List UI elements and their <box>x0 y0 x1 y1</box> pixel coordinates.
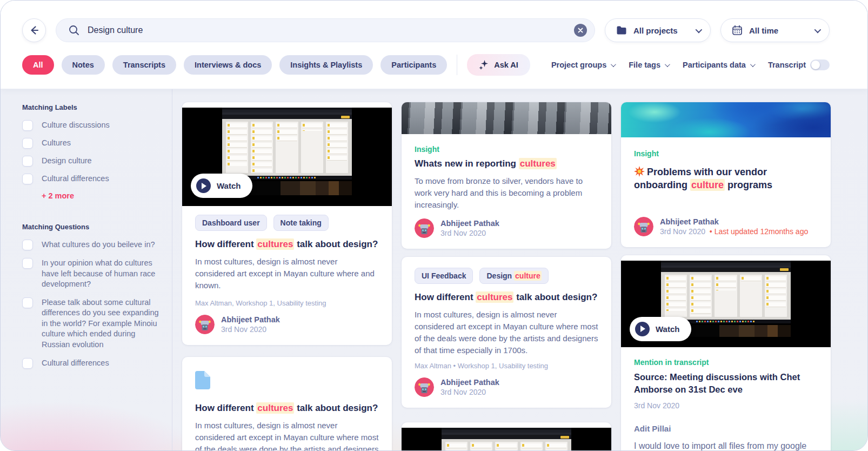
video-thumbnail[interactable]: Watch <box>621 261 831 347</box>
show-more-labels-link[interactable]: + 2 more <box>42 191 161 200</box>
card-title: How different cultures talk about design… <box>195 402 379 415</box>
sparkle-icon <box>479 59 489 70</box>
project-groups-dropdown[interactable]: Project groups <box>551 61 615 69</box>
video-frame <box>661 261 791 323</box>
search-box[interactable] <box>56 18 595 42</box>
results-column-2: Insight Whats new in reporting cultures … <box>402 102 611 451</box>
byline: Abhijeet Pathak 3rd Nov 2020 <box>195 315 379 334</box>
tab-interviews-docs[interactable]: Interviews & docs <box>184 55 272 75</box>
checkbox[interactable] <box>22 156 33 167</box>
label-item-cultures[interactable]: Cultures <box>22 138 161 149</box>
label-item-cultural-differences[interactable]: Cultural differences <box>22 174 161 184</box>
card-source: Max Altman • Workshop 1, Usability testi… <box>415 362 598 370</box>
transcript-toggle-group: Transcript <box>768 59 830 70</box>
results-column-3: Insight Problems with our vendor onboard… <box>621 102 831 451</box>
close-icon <box>578 28 583 33</box>
tab-all[interactable]: All <box>22 55 54 75</box>
watch-label: Watch <box>656 324 679 334</box>
question-item[interactable]: What cultures do you beileve in? <box>22 240 161 250</box>
question-text: Cultural differences <box>42 358 109 369</box>
result-card-insight-vendor[interactable]: Insight Problems with our vendor onboard… <box>621 102 831 247</box>
label-item-culture-discussions[interactable]: Culture discussions <box>22 120 161 131</box>
result-card-doc-note[interactable]: How different cultures talk about design… <box>182 357 392 451</box>
avatar <box>415 218 434 238</box>
video-thumbnail[interactable]: Watch <box>182 108 392 206</box>
project-groups-label: Project groups <box>551 61 606 69</box>
results-grid: Watch Dashboard user Note taking How dif… <box>172 89 868 451</box>
back-button[interactable] <box>22 18 46 42</box>
ask-ai-button[interactable]: Ask AI <box>467 54 530 76</box>
tag-note-taking[interactable]: Note taking <box>273 215 329 231</box>
result-card-video-note[interactable]: Watch Dashboard user Note taking How dif… <box>182 102 392 345</box>
matching-labels-heading: Matching Labels <box>22 103 161 111</box>
card-date: 3rd Nov 2020 Last updated 12months ago <box>660 227 808 236</box>
search-input[interactable] <box>88 25 566 35</box>
question-item[interactable]: In your opinion what do cultures have le… <box>22 258 161 290</box>
sidebar: Matching Labels Culture discussions Cult… <box>1 89 172 451</box>
projects-filter-dropdown[interactable]: All projects <box>605 18 711 42</box>
folder-icon <box>616 25 627 35</box>
question-item[interactable]: Please talk about some cultural differen… <box>22 297 161 350</box>
card-date: 3rd Nov 2020 <box>221 325 280 334</box>
marble-cover-image <box>621 102 831 137</box>
tag-ui-feedback[interactable]: UI Feedback <box>415 268 473 284</box>
tab-notes[interactable]: Notes <box>62 55 105 75</box>
highlighted-term: cultures <box>519 158 557 169</box>
calendar-icon <box>732 25 743 36</box>
question-text: Please talk about some cultural differen… <box>42 297 161 350</box>
checkbox[interactable] <box>22 174 33 184</box>
card-kind-label: Insight <box>634 149 818 158</box>
card-source: Max Altman, Workshop 1, Usability testin… <box>195 299 379 307</box>
speaker-name: Adit Pillai <box>634 424 818 433</box>
document-icon <box>195 371 379 392</box>
watch-button[interactable]: Watch <box>630 317 691 341</box>
tag-dashboard-user[interactable]: Dashboard user <box>195 215 267 231</box>
result-card-transcript-mention[interactable]: Watch Mention in transcript Source: Meet… <box>621 255 831 451</box>
tab-transcripts[interactable]: Transcripts <box>112 55 176 75</box>
tab-insights-playlists[interactable]: Insights & Playlists <box>279 55 373 75</box>
watch-button[interactable]: Watch <box>191 174 252 198</box>
robot-avatar-icon <box>634 217 653 236</box>
question-item[interactable]: Cultural differences <box>22 358 161 369</box>
robot-avatar-icon <box>415 218 434 238</box>
highlighted-term: cultures <box>256 402 294 414</box>
label-text: Design culture <box>42 156 92 167</box>
tab-participants[interactable]: Participants <box>380 55 447 75</box>
play-icon <box>196 178 211 193</box>
results-column-1: Watch Dashboard user Note taking How dif… <box>182 102 392 451</box>
transcript-toggle[interactable] <box>810 59 830 70</box>
checkbox[interactable] <box>22 297 33 308</box>
file-tags-label: File tags <box>629 61 660 69</box>
card-kind-label: Mention in transcript <box>634 358 818 367</box>
card-body: In most cultures, design is almost never… <box>195 256 379 291</box>
clear-search-button[interactable] <box>574 24 587 37</box>
checkbox[interactable] <box>22 120 33 131</box>
divider <box>457 55 457 75</box>
matching-questions-heading: Matching Questions <box>22 223 161 231</box>
checkbox[interactable] <box>22 138 33 149</box>
time-filter-dropdown[interactable]: All time <box>720 18 830 42</box>
question-text: In your opinion what do cultures have le… <box>42 258 161 290</box>
tag-design-culture[interactable]: Design culture <box>479 268 548 284</box>
avatar <box>415 377 434 397</box>
highlighted-term: cultures <box>256 238 294 250</box>
chevron-down-icon <box>814 26 822 33</box>
play-icon <box>635 322 650 336</box>
question-text: What cultures do you beileve in? <box>42 240 155 250</box>
byline: Abhijeet Pathak 3rd Nov 2020 Last update… <box>634 217 818 236</box>
chevron-down-icon <box>665 62 670 67</box>
result-card-ui-feedback[interactable]: UI Feedback Design culture How different… <box>402 257 611 408</box>
result-card-insight-reporting[interactable]: Insight Whats new in reporting cultures … <box>402 102 611 249</box>
participants-data-dropdown[interactable]: Participants data <box>683 61 754 69</box>
chevron-down-icon <box>696 26 703 33</box>
checkbox[interactable] <box>22 258 33 269</box>
file-tags-dropdown[interactable]: File tags <box>629 61 669 69</box>
result-card-video-bottom[interactable] <box>402 422 611 451</box>
explosion-icon <box>634 166 645 177</box>
label-item-design-culture[interactable]: Design culture <box>22 156 161 167</box>
video-thumbnail[interactable] <box>402 428 611 451</box>
checkbox[interactable] <box>22 240 33 250</box>
checkbox[interactable] <box>22 358 33 369</box>
projects-filter-label: All projects <box>633 26 678 35</box>
card-title: Whats new in reporting cultures <box>415 158 598 170</box>
